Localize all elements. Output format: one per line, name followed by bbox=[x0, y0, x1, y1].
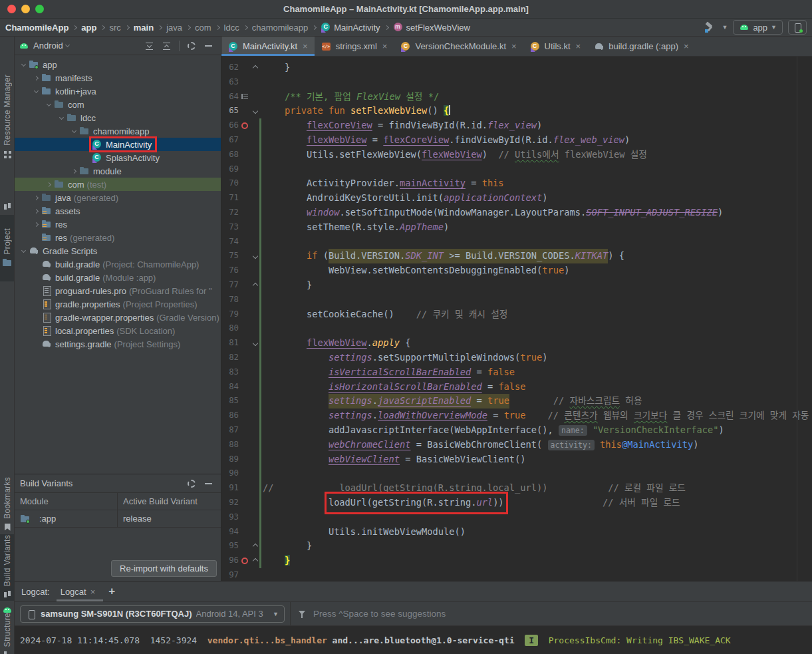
close-icon[interactable]: × bbox=[303, 41, 308, 51]
breadcrumb-item-app[interactable]: app bbox=[81, 23, 96, 33]
tree-item-kotlin-java[interactable]: kotlin+java bbox=[15, 84, 221, 98]
fold-region[interactable] bbox=[251, 351, 259, 365]
tree-toggle-icon[interactable] bbox=[19, 250, 29, 252]
tree-toggle-icon[interactable] bbox=[31, 196, 41, 200]
tree-toggle-icon[interactable] bbox=[44, 183, 54, 186]
fold-region[interactable] bbox=[251, 293, 259, 307]
tree-item-com[interactable]: com(test) bbox=[15, 178, 221, 191]
fold-region[interactable] bbox=[251, 554, 259, 568]
editor-tab-versioncheckmodule-kt[interactable]: VersionCheckModule.kt× bbox=[394, 37, 523, 56]
tree-item-assets[interactable]: assets bbox=[15, 204, 221, 218]
gutter-marks[interactable] bbox=[239, 61, 251, 75]
line-number[interactable]: 80 bbox=[221, 321, 239, 336]
gutter-marks[interactable] bbox=[239, 394, 251, 409]
gutter-marks[interactable] bbox=[239, 351, 251, 365]
line-number[interactable]: 89 bbox=[221, 452, 239, 467]
gutter-marks[interactable] bbox=[239, 220, 251, 235]
line-number[interactable]: 70 bbox=[221, 176, 239, 191]
tree-item-gradle-wrapper-properties[interactable]: gradle-wrapper.properties(Gradle Version… bbox=[15, 311, 221, 324]
run-configuration-selector[interactable]: app ▼ bbox=[733, 20, 783, 35]
tree-toggle-icon[interactable] bbox=[31, 90, 41, 92]
gutter-marks[interactable] bbox=[239, 554, 251, 568]
stripe-button-build-variants[interactable]: Build Variants bbox=[0, 534, 14, 601]
fold-region[interactable] bbox=[251, 539, 259, 554]
filter-funnel-icon[interactable] bbox=[297, 609, 308, 619]
fold-region[interactable] bbox=[251, 61, 259, 75]
gutter-marks[interactable] bbox=[239, 336, 251, 351]
breadcrumb-item-main[interactable]: main bbox=[134, 23, 154, 33]
line-number[interactable]: 77 bbox=[221, 278, 239, 293]
line-number[interactable]: 69 bbox=[221, 162, 239, 177]
fold-region[interactable] bbox=[251, 307, 259, 322]
line-number[interactable]: 76 bbox=[221, 263, 239, 278]
fold-down-icon[interactable] bbox=[252, 253, 257, 259]
fold-region[interactable] bbox=[251, 452, 259, 467]
close-icon[interactable]: × bbox=[90, 587, 96, 597]
gutter-marks[interactable] bbox=[239, 466, 251, 481]
fold-region[interactable] bbox=[251, 220, 259, 235]
line-number[interactable]: 88 bbox=[221, 438, 239, 452]
line-number[interactable]: 79 bbox=[221, 307, 239, 322]
tree-toggle-icon[interactable] bbox=[44, 104, 54, 106]
fold-region[interactable] bbox=[251, 235, 259, 249]
tree-item-settings-gradle[interactable]: settings.gradle(Project Settings) bbox=[15, 337, 221, 351]
stripe-button-structure[interactable]: Structure bbox=[0, 619, 14, 654]
line-number[interactable]: 71 bbox=[221, 191, 239, 206]
build-variant-row[interactable]: :apprelease bbox=[15, 510, 221, 528]
gutter-marks[interactable] bbox=[239, 162, 251, 177]
gutter-marks[interactable] bbox=[239, 133, 251, 148]
close-icon[interactable]: × bbox=[382, 41, 388, 51]
tree-item-splashactivity[interactable]: SplashActivity bbox=[15, 151, 221, 164]
editor-tab-utils-kt[interactable]: Utils.kt× bbox=[523, 37, 588, 56]
gutter-marks[interactable] bbox=[239, 365, 251, 380]
line-number[interactable]: 64 bbox=[221, 90, 239, 104]
build-dropdown-arrow-icon[interactable]: ▼ bbox=[722, 24, 728, 31]
line-number[interactable]: 78 bbox=[221, 293, 239, 307]
fold-region[interactable] bbox=[251, 104, 259, 118]
line-number[interactable]: 66 bbox=[221, 118, 239, 133]
line-number[interactable]: 93 bbox=[221, 510, 239, 525]
fold-region[interactable] bbox=[251, 496, 259, 510]
fold-region[interactable] bbox=[251, 75, 259, 90]
line-number[interactable]: 73 bbox=[221, 220, 239, 235]
tree-item-gradle-scripts[interactable]: Gradle Scripts bbox=[15, 244, 221, 257]
gutter-marks[interactable] bbox=[239, 191, 251, 206]
tree-item-build-gradle[interactable]: build.gradle(Module :app) bbox=[15, 271, 221, 284]
editor-tab-strings-xml[interactable]: strings.xml× bbox=[315, 37, 394, 56]
logcat-tab[interactable]: Logcat × bbox=[59, 581, 97, 601]
device-selector[interactable]: samsung SM-S901N (R3CT60FTQAJ) Android 1… bbox=[20, 605, 285, 623]
fold-down-icon[interactable] bbox=[252, 108, 257, 114]
minimize-window-button[interactable] bbox=[21, 5, 30, 13]
line-number[interactable]: 82 bbox=[221, 351, 239, 365]
gutter-marks[interactable] bbox=[239, 438, 251, 452]
stripe-button-resource-manager[interactable]: Resource Manager bbox=[0, 38, 14, 196]
tree-item-ldcc[interactable]: ldcc bbox=[15, 111, 221, 124]
gutter-marks[interactable] bbox=[239, 452, 251, 467]
line-number[interactable]: 86 bbox=[221, 409, 239, 423]
gear-icon[interactable] bbox=[186, 478, 197, 489]
build-hammer-icon[interactable] bbox=[704, 22, 715, 33]
fold-region[interactable] bbox=[251, 118, 259, 133]
fold-region[interactable] bbox=[251, 394, 259, 409]
tree-toggle-icon[interactable] bbox=[31, 77, 41, 80]
fold-region[interactable] bbox=[251, 206, 259, 220]
doc-render-icon[interactable] bbox=[241, 94, 248, 100]
tree-item-local-properties[interactable]: local.properties(SDK Location) bbox=[15, 324, 221, 337]
tree-item-build-gradle[interactable]: build.gradle(Project: ChamomileApp) bbox=[15, 257, 221, 271]
collapse-all-icon[interactable] bbox=[162, 41, 172, 51]
fold-region[interactable] bbox=[251, 481, 259, 496]
fold-up-icon[interactable] bbox=[252, 544, 257, 549]
gutter-marks[interactable] bbox=[239, 176, 251, 191]
fold-region[interactable] bbox=[251, 133, 259, 148]
hide-panel-icon[interactable] bbox=[203, 478, 214, 489]
tree-item-app[interactable]: app bbox=[15, 58, 221, 71]
close-icon[interactable]: × bbox=[684, 41, 689, 51]
fold-region[interactable] bbox=[251, 466, 259, 481]
tree-toggle-icon[interactable] bbox=[19, 64, 29, 66]
tree-toggle-icon[interactable] bbox=[31, 210, 41, 213]
line-number[interactable]: 84 bbox=[221, 380, 239, 395]
breadcrumb-item-src[interactable]: src bbox=[109, 23, 120, 33]
fold-region[interactable] bbox=[251, 278, 259, 293]
logcat-output[interactable]: 2024-07-18 11:14:45.078 1452-3924 vendor… bbox=[15, 626, 812, 654]
variant-cell[interactable]: release bbox=[118, 510, 221, 527]
